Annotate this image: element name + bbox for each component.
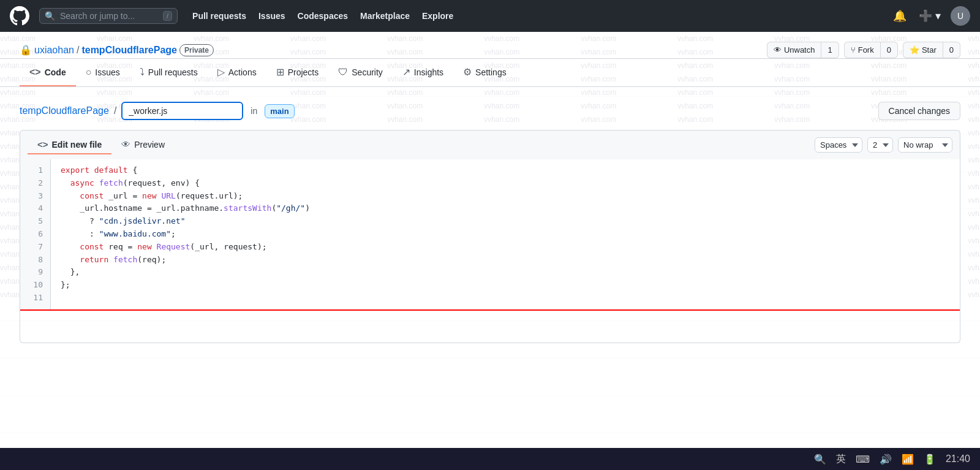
breadcrumb-repo-link[interactable]: tempCloudflarePage [20, 105, 109, 116]
nav-codespaces[interactable]: Codespaces [293, 7, 353, 25]
nav-issues[interactable]: Issues [254, 7, 290, 25]
search-box[interactable]: 🔍 / [39, 8, 178, 24]
line-num-7: 7 [28, 241, 43, 254]
tab-projects[interactable]: ⊞ Projects [266, 59, 329, 86]
line-num-5: 5 [28, 215, 43, 228]
preview-tab[interactable]: 👁 Preview [111, 135, 175, 154]
lock-icon: 🔒 [20, 44, 32, 56]
line-num-8: 8 [28, 254, 43, 267]
preview-icon: 👁 [121, 139, 130, 150]
fork-group: ⑂ Fork 0 [844, 42, 898, 58]
tab-actions[interactable]: ▷ Actions [208, 59, 266, 86]
security-icon: 🛡 [338, 67, 348, 78]
star-count[interactable]: 0 [943, 42, 960, 58]
wrap-select[interactable]: No wrap Soft wrap [898, 137, 952, 153]
line-num-2: 2 [28, 177, 43, 190]
fork-count[interactable]: 0 [881, 42, 898, 58]
repo-header: 🔒 uxiaohan / tempCloudflarePage Private … [0, 32, 980, 59]
line-num-4: 4 [28, 202, 43, 215]
tab-pull-requests[interactable]: ⤵ Pull requests [130, 59, 208, 86]
settings-icon: ⚙ [463, 66, 472, 78]
in-label: in [251, 106, 257, 116]
main-content: 🔒 uxiaohan / tempCloudflarePage Private … [0, 32, 980, 358]
repo-title: 🔒 uxiaohan / tempCloudflarePage Private [20, 44, 214, 56]
pr-icon: ⤵ [140, 67, 145, 78]
star-button[interactable]: ⭐ Star [903, 42, 943, 58]
line-num-1: 1 [28, 164, 43, 177]
search-input[interactable] [60, 11, 158, 21]
cancel-changes-button[interactable]: Cancel changes [878, 102, 960, 120]
notifications-button[interactable]: 🔔 [891, 7, 909, 25]
nav-marketplace[interactable]: Marketplace [355, 7, 415, 25]
unwatch-group: 👁 Unwatch 1 [767, 42, 839, 58]
indent-type-select[interactable]: Spaces Tabs [815, 137, 862, 153]
code-editor-inner[interactable]: 1 2 3 4 5 6 7 8 9 10 11 export default {… [20, 159, 960, 309]
editor-tabs: <> Edit new file 👁 Preview [28, 135, 175, 154]
github-logo[interactable] [10, 6, 29, 26]
tab-security[interactable]: 🛡 Security [328, 59, 393, 86]
line-num-6: 6 [28, 228, 43, 241]
repo-actions: 👁 Unwatch 1 ⑂ Fork 0 ⭐ Star 0 [767, 42, 960, 58]
editor-controls: Spaces Tabs 2 4 8 No wrap Soft wrap [815, 137, 952, 153]
repo-name-link[interactable]: tempCloudflarePage [81, 45, 177, 56]
tab-code[interactable]: <> Code [20, 59, 76, 86]
repo-nav: <> Code ○ Issues ⤵ Pull requests ▷ Actio… [0, 59, 980, 87]
nav-right: 🔔 ➕ ▾ U [891, 6, 970, 26]
tab-insights[interactable]: ↗ Insights [393, 59, 453, 86]
create-button[interactable]: ➕ ▾ [916, 7, 943, 25]
line-num-11: 11 [28, 292, 43, 305]
avatar[interactable]: U [951, 6, 970, 26]
tab-issues[interactable]: ○ Issues [76, 59, 130, 86]
nav-pull-requests[interactable]: Pull requests [187, 7, 251, 25]
actions-icon: ▷ [217, 66, 225, 78]
line-num-3: 3 [28, 190, 43, 203]
indent-size-select[interactable]: 2 4 8 [867, 137, 893, 153]
repo-owner-link[interactable]: uxiaohan [34, 45, 74, 56]
line-numbers: 1 2 3 4 5 6 7 8 9 10 11 [20, 159, 51, 309]
editor-header: tempCloudflarePage / in main Cancel chan… [20, 102, 960, 120]
search-icon: 🔍 [45, 11, 55, 21]
top-navigation: 🔍 / Pull requests Issues Codespaces Mark… [0, 0, 980, 32]
issues-icon: ○ [86, 67, 92, 78]
insights-icon: ↗ [402, 66, 410, 78]
edit-tab[interactable]: <> Edit new file [28, 135, 111, 154]
editor-area: tempCloudflarePage / in main Cancel chan… [0, 87, 980, 358]
star-icon: ⭐ [910, 45, 919, 55]
code-icon: <> [29, 67, 41, 78]
nav-explore[interactable]: Explore [417, 7, 458, 25]
code-editor: 1 2 3 4 5 6 7 8 9 10 11 export default {… [20, 159, 960, 343]
line-num-9: 9 [28, 266, 43, 279]
editor-toolbar: <> Edit new file 👁 Preview Spaces Tabs 2… [20, 130, 960, 159]
edit-icon: <> [37, 139, 48, 150]
tab-settings[interactable]: ⚙ Settings [453, 59, 516, 86]
eye-icon: 👁 [774, 45, 782, 55]
projects-icon: ⊞ [276, 66, 284, 78]
filename-input[interactable] [121, 102, 243, 120]
fork-button[interactable]: ⑂ Fork [844, 42, 881, 58]
fork-icon: ⑂ [851, 45, 856, 55]
star-group: ⭐ Star 0 [903, 42, 960, 58]
code-content[interactable]: export default { async fetch(request, en… [51, 159, 960, 309]
unwatch-button[interactable]: 👁 Unwatch [767, 42, 822, 58]
unwatch-count[interactable]: 1 [821, 42, 839, 58]
breadcrumb-separator: / [114, 105, 116, 116]
slash-badge: / [163, 11, 172, 21]
repo-sep: / [77, 45, 79, 56]
nav-links: Pull requests Issues Codespaces Marketpl… [187, 7, 458, 25]
branch-badge: main [265, 104, 294, 118]
line-num-10: 10 [28, 279, 43, 292]
private-badge: Private [179, 44, 214, 56]
